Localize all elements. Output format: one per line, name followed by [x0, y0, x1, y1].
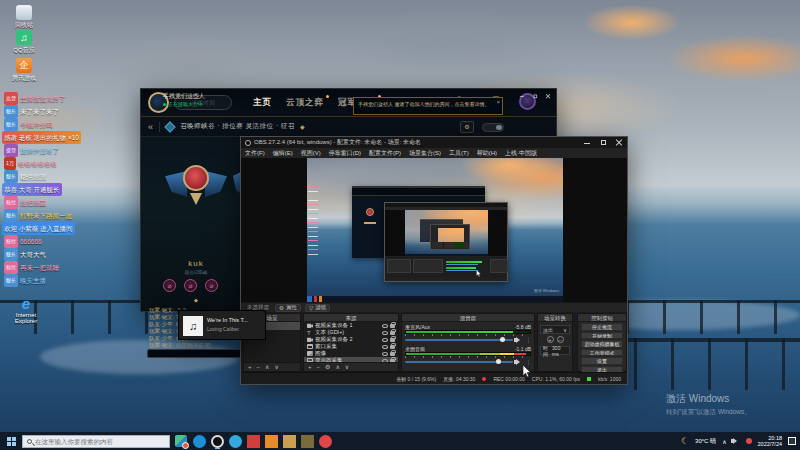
taskbar-app-icon[interactable]: [247, 435, 260, 448]
desktop-icon-recycle-bin[interactable]: 回收站: [2, 5, 46, 30]
menu-item[interactable]: 工具(T): [449, 149, 469, 158]
volume-slider[interactable]: [405, 361, 513, 363]
menu-item[interactable]: 上线·中国版: [505, 149, 537, 158]
control-button[interactable]: 开始录制: [581, 332, 623, 340]
slider-handle[interactable]: [500, 337, 505, 342]
taskbar-app-icon[interactable]: [319, 435, 332, 448]
music-toast[interactable]: ♫ We're In This T... Loving Caliber: [178, 310, 266, 340]
role-icon[interactable]: ⌀: [184, 279, 197, 292]
action-center-icon[interactable]: [788, 437, 796, 445]
lock-icon[interactable]: [390, 324, 395, 328]
visibility-eye-icon[interactable]: [382, 345, 388, 349]
control-button[interactable]: 工作室模式: [581, 349, 623, 357]
control-button[interactable]: 停止推流: [581, 323, 623, 331]
fan-badge: 舰长: [4, 118, 18, 131]
scenes-tool-button[interactable]: ∧: [265, 363, 269, 372]
control-button[interactable]: 启动虚拟摄像机: [581, 340, 623, 348]
source-item[interactable]: 文本 (GDI+): [304, 329, 398, 336]
close-button[interactable]: [615, 139, 623, 147]
source-item[interactable]: 图像: [304, 350, 398, 357]
menu-item[interactable]: 视图(V): [301, 149, 321, 158]
lol-nav-tab[interactable]: 云顶之弈: [286, 97, 324, 109]
open-lobby-toggle[interactable]: [482, 123, 504, 132]
lock-icon[interactable]: [390, 331, 395, 335]
taskbar-app-icon[interactable]: [211, 435, 224, 448]
taskbar-search[interactable]: [22, 435, 170, 448]
lock-icon[interactable]: [390, 352, 395, 356]
taskbar-app-icon[interactable]: [265, 435, 278, 448]
visibility-eye-icon[interactable]: [382, 352, 388, 356]
control-button[interactable]: 设置: [581, 357, 623, 365]
weather-widget[interactable]: 30°C 晴: [695, 437, 716, 446]
taskbar-app-icon[interactable]: [301, 435, 314, 448]
menu-item[interactable]: 场景集合(S): [409, 149, 441, 158]
scenes-tool-button[interactable]: +: [248, 363, 252, 372]
sources-tool-button[interactable]: ∨: [345, 363, 349, 372]
menu-item[interactable]: 停靠窗口(D): [329, 149, 361, 158]
sources-tool-button[interactable]: ∧: [335, 363, 339, 372]
sources-tool-button[interactable]: +: [308, 363, 312, 372]
source-item[interactable]: 窗口采集: [304, 343, 398, 350]
obs-preview[interactable]: 激活 Windows: [241, 158, 627, 302]
volume-slider[interactable]: [405, 339, 513, 341]
transitions-header[interactable]: 场景转换: [538, 314, 572, 322]
source-toolbar-button[interactable]: ⚙ 属性: [275, 304, 301, 312]
close-button[interactable]: [545, 93, 551, 99]
taskbar-app-icon[interactable]: [193, 435, 206, 448]
source-item[interactable]: 视频采集设备 1: [304, 322, 398, 329]
desktop-icon-tencent-game[interactable]: 企 腾讯游戏: [2, 58, 46, 83]
transition-add-remove-button[interactable]: −: [557, 336, 564, 343]
role-icon[interactable]: ⌀: [163, 279, 176, 292]
minimize-button[interactable]: [583, 139, 591, 147]
menu-item[interactable]: 编辑(E): [273, 149, 293, 158]
slider-handle[interactable]: [496, 359, 501, 364]
desktop-icon-qq-music[interactable]: ♫ QQ音乐: [2, 30, 46, 55]
lol-nav-tab[interactable]: 主页: [253, 97, 272, 109]
controls-header[interactable]: 控制按钮: [578, 314, 626, 322]
tray-expand-icon[interactable]: ∧: [722, 438, 726, 445]
transition-select[interactable]: 淡出 ∨: [540, 325, 570, 334]
lock-icon[interactable]: [390, 338, 395, 342]
lobby-settings-button[interactable]: ⚙: [460, 121, 474, 133]
visibility-eye-icon[interactable]: [382, 324, 388, 328]
back-chevron-icon[interactable]: «: [148, 122, 153, 132]
volume-icon[interactable]: [733, 438, 740, 444]
clock[interactable]: 20:18 2022/7/24: [758, 435, 782, 447]
tray-app-icon[interactable]: [746, 438, 752, 444]
search-input[interactable]: [35, 438, 155, 445]
lock-icon[interactable]: [390, 345, 395, 349]
taskbar-app-icon[interactable]: [283, 435, 296, 448]
obs-titlebar[interactable]: OBS 27.2.4 (64 bit, windows) - 配置文件: 未命名…: [241, 137, 627, 148]
tooltip-close-icon[interactable]: ×: [496, 99, 500, 105]
start-button[interactable]: [0, 432, 22, 450]
maximize-button[interactable]: [599, 139, 607, 147]
speaker-icon[interactable]: [516, 337, 523, 343]
tencent-game-icon: 企: [16, 58, 32, 73]
menu-item[interactable]: 帮助(H): [477, 149, 497, 158]
desktop-organizer-icon[interactable]: [175, 435, 187, 447]
transition-duration[interactable]: 时间 300 ms: [540, 346, 570, 355]
menu-item[interactable]: 文件(F): [245, 149, 265, 158]
sources-tool-button[interactable]: −: [317, 363, 321, 372]
visibility-eye-icon[interactable]: [382, 331, 388, 335]
night-mode-moon-icon[interactable]: ☾: [681, 436, 689, 446]
source-toolbar-button[interactable]: ▽ 滤镜: [305, 304, 330, 312]
scenes-tool-button[interactable]: ∨: [274, 363, 278, 372]
minimize-button[interactable]: [519, 93, 525, 99]
maximize-button[interactable]: [532, 93, 538, 99]
menu-item[interactable]: 配置文件(P): [369, 149, 401, 158]
desktop-icon-internet-explorer[interactable]: e Internet Explorer: [4, 296, 48, 324]
visibility-eye-icon[interactable]: [382, 338, 388, 342]
captured-activation-watermark: 激活 Windows: [534, 289, 559, 293]
mixer-header[interactable]: 混音器: [402, 314, 534, 322]
sources-header[interactable]: 来源: [304, 314, 398, 322]
taskbar-app-icon[interactable]: [229, 435, 242, 448]
sources-tool-button[interactable]: ⚙: [325, 363, 330, 372]
scenes-tool-button[interactable]: −: [257, 363, 261, 372]
transition-add-remove-button[interactable]: +: [547, 336, 554, 343]
lol-titlebar[interactable]: 寻找对局 主页云顶之弈冠军杯赛 ◎✉⚑◆☰ 手残党们这些人 正在游戏大厅中 手残…: [141, 89, 556, 117]
channel-menu-icon[interactable]: ⋮: [526, 337, 531, 343]
role-icon[interactable]: ⌀: [205, 279, 218, 292]
chat-input[interactable]: [147, 349, 241, 358]
source-item[interactable]: 视频采集设备 2: [304, 336, 398, 343]
